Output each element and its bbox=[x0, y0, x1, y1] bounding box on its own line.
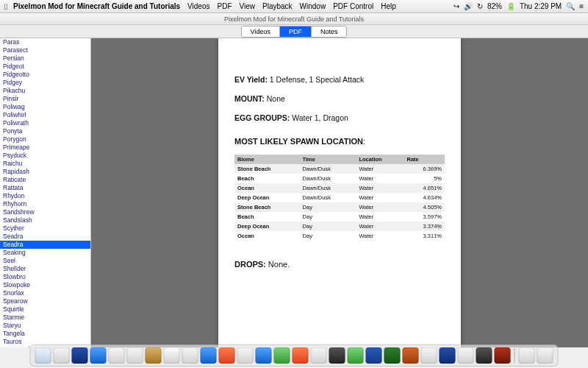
dock-app-icon[interactable] bbox=[54, 347, 70, 364]
sidebar-item[interactable]: Raticate bbox=[0, 176, 90, 184]
status-right: ↪ 🔊 ↻ 82% 🔋 Thu 2:29 PM 🔍 ≡ bbox=[453, 2, 584, 10]
volume-icon[interactable]: 🔊 bbox=[464, 2, 473, 10]
sidebar-item[interactable]: Seel bbox=[0, 257, 90, 265]
table-row: OceanDayWater3.311% bbox=[234, 231, 445, 241]
sidebar-item[interactable]: Rapidash bbox=[0, 168, 90, 176]
menu-videos[interactable]: Videos bbox=[187, 2, 209, 10]
sidebar-item[interactable]: Ponyta bbox=[0, 127, 90, 135]
dock-mail-icon[interactable] bbox=[90, 347, 107, 364]
app-title[interactable]: Pixelmon Mod for Minecraft Guide and Tut… bbox=[13, 2, 180, 10]
dock-app-icon[interactable] bbox=[127, 347, 143, 364]
dock-app-icon[interactable] bbox=[201, 347, 217, 364]
sidebar-item[interactable]: Pidgeot bbox=[0, 63, 90, 71]
sidebar-item[interactable]: Staryu bbox=[0, 322, 90, 330]
table-row: BeachDawn/DuskWater5% bbox=[234, 174, 445, 183]
spotlight-icon[interactable]: 🔍 bbox=[566, 2, 575, 10]
dock-finder-icon[interactable] bbox=[35, 347, 51, 364]
sidebar-item[interactable]: Sandshrew bbox=[0, 208, 90, 216]
menu-extras-icon[interactable]: ≡ bbox=[579, 2, 584, 10]
sidebar-item[interactable]: Pidgey bbox=[0, 79, 90, 87]
dock-powerpoint-icon[interactable] bbox=[403, 347, 419, 364]
dock-app-icon[interactable] bbox=[146, 347, 162, 364]
dock-app-icon[interactable] bbox=[458, 347, 474, 364]
pdf-viewport[interactable]: EV Yield: 1 Defense, 1 Special Attack MO… bbox=[91, 38, 588, 347]
clock[interactable]: Thu 2:29 PM bbox=[520, 2, 562, 10]
dock-app-icon[interactable] bbox=[329, 347, 345, 364]
sidebar-item[interactable]: Tangela bbox=[0, 330, 90, 338]
sidebar-item[interactable]: Scyther bbox=[0, 224, 90, 233]
window-title: Pixelmon Mod for Minecraft Guide and Tut… bbox=[0, 13, 588, 25]
pokemon-sidebar[interactable]: ParasParasectPersianPidgeotPidgeottoPidg… bbox=[0, 38, 91, 347]
spawn-table: BiomeTimeLocationRate Stone BeachDawn/Du… bbox=[234, 155, 445, 241]
dock-ibooks-icon[interactable] bbox=[293, 347, 309, 364]
tab-videos[interactable]: Videos bbox=[242, 26, 280, 37]
menu-window[interactable]: Window bbox=[300, 2, 326, 10]
dock-app-icon[interactable] bbox=[440, 347, 456, 364]
sidebar-item[interactable]: Pikachu bbox=[0, 87, 90, 95]
sidebar-item[interactable]: Primeape bbox=[0, 144, 90, 152]
sidebar-item[interactable]: Poliwrath bbox=[0, 119, 90, 127]
sidebar-item[interactable]: Rhyhorn bbox=[0, 200, 90, 208]
dock-app-icon[interactable] bbox=[348, 347, 364, 364]
col-location: Location bbox=[356, 155, 404, 164]
dock-trash-icon[interactable] bbox=[537, 347, 553, 364]
sidebar-item[interactable]: Spearow bbox=[0, 297, 90, 305]
dock-app-icon[interactable] bbox=[219, 347, 235, 364]
dock-app-icon[interactable] bbox=[274, 347, 290, 364]
dock-app-icon[interactable] bbox=[311, 347, 327, 364]
sidebar-item[interactable]: Pinsir bbox=[0, 95, 90, 103]
battery-icon[interactable]: 🔋 bbox=[506, 2, 515, 10]
battery-pct: 82% bbox=[487, 2, 502, 10]
sidebar-item[interactable]: Raichu bbox=[0, 160, 90, 168]
table-row: Deep OceanDayWater3.374% bbox=[234, 222, 445, 231]
dock-word-icon[interactable] bbox=[366, 347, 382, 364]
sidebar-item[interactable]: Paras bbox=[0, 38, 90, 46]
sidebar-item[interactable]: Slowpoke bbox=[0, 281, 90, 289]
sidebar-item[interactable]: Porygon bbox=[0, 135, 90, 144]
dock-excel-icon[interactable] bbox=[384, 347, 401, 364]
sidebar-item[interactable]: Parasect bbox=[0, 46, 90, 54]
sidebar-item[interactable]: Psyduck bbox=[0, 152, 90, 160]
dock-app-icon[interactable] bbox=[421, 347, 437, 364]
view-segmented-control[interactable]: VideosPDFNotes bbox=[241, 26, 348, 38]
sidebar-item[interactable]: Poliwag bbox=[0, 103, 90, 111]
dock-app-icon[interactable] bbox=[476, 347, 492, 364]
sidebar-item[interactable]: Seaking bbox=[0, 249, 90, 257]
dock-appstore-icon[interactable] bbox=[256, 347, 272, 364]
menu-help[interactable]: Help bbox=[381, 2, 396, 10]
sidebar-item[interactable]: Starmie bbox=[0, 314, 90, 322]
sidebar-item[interactable]: Persian bbox=[0, 54, 90, 63]
table-row: Stone BeachDayWater4.505% bbox=[234, 202, 445, 212]
sidebar-item[interactable]: Squirtle bbox=[0, 305, 90, 314]
menu-pdf[interactable]: PDF bbox=[218, 2, 232, 10]
tab-notes[interactable]: Notes bbox=[312, 26, 347, 37]
sidebar-item[interactable]: Sandslash bbox=[0, 216, 90, 224]
sidebar-item[interactable]: Pidgeotto bbox=[0, 71, 90, 79]
dock-app-icon[interactable] bbox=[109, 347, 125, 364]
sidebar-item[interactable]: Poliwhirl bbox=[0, 111, 90, 119]
apple-menu-icon[interactable]:  bbox=[4, 2, 7, 11]
menu-pdf-control[interactable]: PDF Control bbox=[333, 2, 373, 10]
dock-safari-icon[interactable] bbox=[72, 347, 88, 364]
dock-calendar-icon[interactable] bbox=[164, 347, 180, 364]
dock-folder-icon[interactable] bbox=[519, 347, 535, 364]
sidebar-item[interactable]: Seadra bbox=[0, 233, 90, 241]
dock-app-icon[interactable] bbox=[237, 347, 254, 364]
menu-bar[interactable]:  Pixelmon Mod for Minecraft Guide and T… bbox=[0, 0, 588, 13]
dock[interactable] bbox=[30, 344, 559, 367]
wifi-icon[interactable]: ↪ bbox=[453, 2, 459, 10]
sidebar-item[interactable]: Shellder bbox=[0, 265, 90, 273]
menu-view[interactable]: View bbox=[240, 2, 256, 10]
menu-playback[interactable]: Playback bbox=[262, 2, 293, 10]
sidebar-item[interactable]: Rhydon bbox=[0, 192, 90, 200]
table-row: Stone BeachDawn/DuskWater6.369% bbox=[234, 164, 445, 174]
tab-pdf[interactable]: PDF bbox=[280, 26, 312, 37]
col-time: Time bbox=[300, 155, 356, 164]
sidebar-item[interactable]: Rattata bbox=[0, 184, 90, 192]
dock-app-icon[interactable] bbox=[182, 347, 198, 364]
sidebar-item[interactable]: Seadra bbox=[0, 241, 90, 249]
sync-icon[interactable]: ↻ bbox=[477, 2, 483, 10]
sidebar-item[interactable]: Snorlax bbox=[0, 289, 90, 297]
dock-running-app-icon[interactable] bbox=[495, 347, 511, 364]
sidebar-item[interactable]: Slowbro bbox=[0, 273, 90, 281]
